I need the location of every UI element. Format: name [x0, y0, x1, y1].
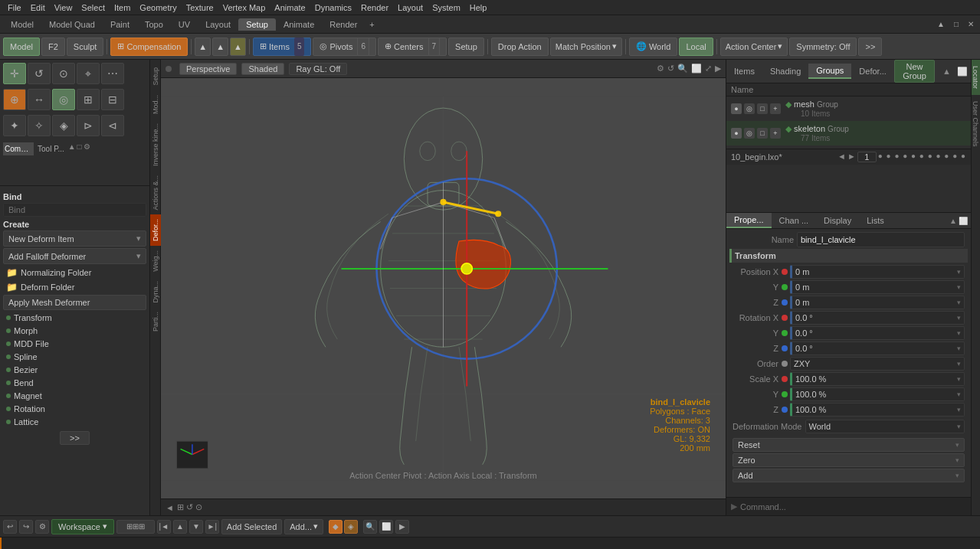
- left-panel-close[interactable]: ⚙: [84, 142, 90, 155]
- tl-close-icon[interactable]: ▶: [395, 520, 409, 534]
- tool-icon-r2-3[interactable]: ◎: [52, 89, 75, 110]
- expand-right-button[interactable]: >>: [858, 38, 882, 56]
- frame-number-input[interactable]: [857, 152, 877, 162]
- tool-icon-r2-4[interactable]: ⊞: [77, 89, 100, 110]
- vp-prev-icon[interactable]: ◄: [166, 503, 174, 512]
- vp-icon-3[interactable]: ⊙: [195, 502, 202, 512]
- model-button[interactable]: Model: [3, 38, 40, 56]
- menu-item[interactable]: Item: [110, 3, 135, 12]
- vtab-parti[interactable]: Parti...: [150, 307, 161, 336]
- symmetry-button[interactable]: Symmetry: Off: [789, 38, 857, 56]
- vtab-weig[interactable]: Weig...: [150, 246, 161, 276]
- shaded-button[interactable]: Shaded: [241, 63, 284, 75]
- tab-model-quad[interactable]: Model Quad: [41, 18, 103, 31]
- props-tab-lists[interactable]: Lists: [859, 214, 892, 227]
- setup-button[interactable]: Setup: [448, 38, 484, 56]
- right-tab-shading[interactable]: Shading: [762, 64, 808, 78]
- bind-input[interactable]: [3, 203, 146, 217]
- magnet-item[interactable]: Magnet: [3, 390, 146, 402]
- tl-left-end[interactable]: |◄: [157, 520, 171, 534]
- match-position-dropdown[interactable]: Match Position ▾: [550, 38, 622, 56]
- raygl-button[interactable]: Ray GL: Off: [289, 63, 347, 75]
- vtab-setup[interactable]: Setup: [150, 63, 161, 90]
- apply-mesh-deformer-button[interactable]: Apply Mesh Deformer: [3, 295, 146, 310]
- pos-z-input[interactable]: 0 m ▾: [790, 296, 965, 309]
- viewport[interactable]: Perspective Shaded Ray GL: Off ⚙ ↺ 🔍 ⬜ ⤢…: [161, 60, 726, 515]
- pos-y-input[interactable]: 0 m ▾: [790, 280, 965, 294]
- tool-icon-rotate[interactable]: ↺: [28, 63, 51, 84]
- items-button[interactable]: ⊞ Items 5: [253, 38, 311, 56]
- group-item-mesh[interactable]: ● ◎ □ + ◆ mesh Group 10 Items: [726, 96, 971, 121]
- vp-icon-1[interactable]: ⊞: [177, 502, 184, 512]
- spline-item[interactable]: Spline: [3, 351, 146, 363]
- tab-tool-properties[interactable]: Tool P...: [35, 142, 66, 155]
- perspective-button[interactable]: Perspective: [179, 63, 237, 75]
- shape-btn-3[interactable]: ▲: [230, 38, 246, 56]
- tl-right[interactable]: ▼: [189, 520, 203, 534]
- right-tab-defor[interactable]: Defor...: [851, 64, 893, 78]
- tool-icon-select[interactable]: ✛: [3, 63, 26, 84]
- new-group-button[interactable]: New Group: [894, 60, 935, 83]
- left-panel-minimize[interactable]: ▲: [68, 142, 76, 155]
- expand-arrow-button[interactable]: >>: [60, 431, 90, 445]
- tool-icon-r3-3[interactable]: ◈: [52, 115, 75, 136]
- user-channels-label[interactable]: User Channels: [972, 95, 980, 153]
- mesh-vis-icon[interactable]: □: [757, 103, 768, 114]
- tl-left[interactable]: ▲: [173, 520, 187, 534]
- scale-y-input[interactable]: 100.0 % ▾: [790, 387, 965, 401]
- shape-btn-1[interactable]: ▲: [195, 38, 211, 56]
- f2-button[interactable]: F2: [41, 38, 65, 56]
- props-expand-icon[interactable]: ⬜: [959, 217, 968, 225]
- scale-z-input[interactable]: 100.0 % ▾: [790, 403, 965, 417]
- vtab-actions[interactable]: Actions &...: [150, 171, 161, 215]
- mesh-lock-icon[interactable]: ◎: [744, 103, 755, 114]
- action-center-dropdown[interactable]: Action Center ▾: [720, 38, 788, 56]
- skeleton-lock-icon[interactable]: ◎: [744, 128, 755, 139]
- tl-right-end[interactable]: ►|: [205, 520, 219, 534]
- mdd-file-item[interactable]: MDD File: [3, 338, 146, 350]
- vtab-mod[interactable]: Mod...: [150, 90, 161, 119]
- right-tab-groups[interactable]: Groups: [808, 64, 851, 79]
- next-frame-icon[interactable]: ►: [847, 152, 856, 162]
- deform-folder-item[interactable]: 📁 Deform Folder: [3, 280, 146, 294]
- compensation-button[interactable]: ⊞ Compensation: [110, 38, 188, 56]
- skeleton-extra-icon[interactable]: +: [770, 128, 781, 139]
- tl-search-icon[interactable]: 🔍: [363, 520, 377, 534]
- vp-expand-icon[interactable]: ⤢: [705, 64, 712, 74]
- skeleton-eye-icon[interactable]: ●: [731, 128, 742, 139]
- tool-icon-r2-5[interactable]: ⊟: [101, 89, 124, 110]
- pivots-button[interactable]: ◎ Pivots 6: [313, 38, 376, 56]
- mesh-eye-icon[interactable]: ●: [731, 103, 742, 114]
- tab-uv[interactable]: UV: [171, 18, 198, 31]
- mesh-extra-icon[interactable]: +: [770, 103, 781, 114]
- workspace-dropdown[interactable]: Workspace ▾: [51, 519, 114, 534]
- left-panel-expand[interactable]: □: [77, 142, 82, 155]
- shape-btn-2[interactable]: ▲: [212, 38, 228, 56]
- tool-icon-scale[interactable]: ⊙: [52, 63, 75, 84]
- order-dropdown[interactable]: ZXY ▾: [790, 357, 965, 371]
- window-maximize[interactable]: □: [951, 18, 962, 30]
- tab-setup[interactable]: Setup: [238, 18, 276, 31]
- timeline-playhead[interactable]: [0, 538, 2, 549]
- menu-vertexmap[interactable]: Vertex Map: [218, 3, 270, 12]
- tool-icon-transform[interactable]: ⌖: [77, 63, 100, 84]
- vtab-dyna[interactable]: Dyna...: [150, 276, 161, 308]
- window-minimize[interactable]: ▲: [934, 18, 948, 30]
- add-button-timeline[interactable]: Add... ▾: [284, 519, 323, 534]
- props-tab-properties[interactable]: Prope...: [726, 213, 772, 228]
- group-item-skeleton[interactable]: ● ◎ □ + ◆ skeleton Group 77 Items: [726, 121, 971, 145]
- vp-rotate-icon[interactable]: ↺: [667, 64, 674, 74]
- tl-icon-fwd[interactable]: ↪: [19, 520, 33, 534]
- add-selected-button[interactable]: Add Selected: [221, 519, 282, 534]
- vtab-defor[interactable]: Defor...: [150, 214, 161, 246]
- right-tab-items[interactable]: Items: [726, 64, 762, 78]
- menu-view[interactable]: View: [50, 3, 77, 12]
- tool-icon-r2-2[interactable]: ↔: [28, 89, 51, 110]
- new-deform-item-button[interactable]: New Deform Item ▾: [3, 230, 146, 247]
- tool-icon-r3-2[interactable]: ✧: [28, 115, 51, 136]
- vp-maximize-icon[interactable]: ⬜: [691, 64, 702, 74]
- vp-icon-2[interactable]: ↺: [186, 502, 193, 512]
- bezier-item[interactable]: Bezier: [3, 364, 146, 376]
- drop-action-button[interactable]: Drop Action: [491, 38, 549, 56]
- props-tab-channels[interactable]: Chan ...: [772, 214, 817, 227]
